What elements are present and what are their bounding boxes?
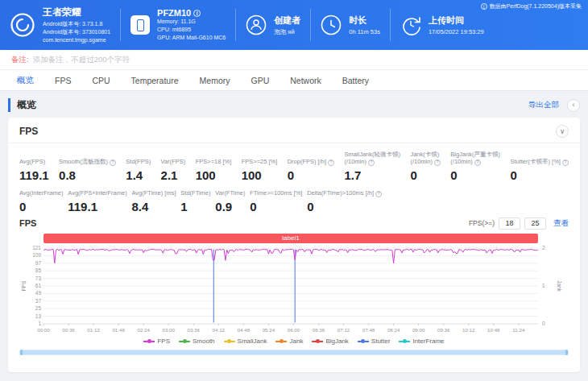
metric-value: 0 <box>19 200 63 213</box>
svg-text:37: 37 <box>35 298 42 304</box>
help-icon[interactable]: ? <box>368 159 375 166</box>
metric-value: 119.1 <box>68 200 126 213</box>
svg-text:61: 61 <box>35 283 42 288</box>
svg-text:00:00: 00:00 <box>37 327 50 333</box>
help-icon[interactable]: ? <box>375 191 382 197</box>
fps-line-chart[interactable]: 1211099785736149372513121000:0000:3601:1… <box>19 245 569 337</box>
metric-value: 0 <box>450 168 500 182</box>
help-icon[interactable]: ? <box>434 159 441 166</box>
fps-threshold2-input[interactable] <box>524 217 546 230</box>
note-label: 备注: <box>11 55 29 65</box>
device-info-icon[interactable]: i <box>193 10 201 17</box>
tab-overview[interactable]: 概览 <box>6 70 44 90</box>
svg-text:2: 2 <box>542 245 545 251</box>
overview-section-header: 概览 导出全部 ‹ <box>8 98 580 112</box>
scrollbar-left-handle[interactable] <box>20 350 23 355</box>
tab-memory[interactable]: Memory <box>189 70 241 90</box>
svg-text:FPS: FPS <box>21 280 27 291</box>
device-name: PFZM10i <box>157 8 226 18</box>
scrollbar-right-handle[interactable] <box>565 350 568 355</box>
svg-text:08:24: 08:24 <box>387 327 400 333</box>
tab-temperature[interactable]: Temperature <box>121 70 189 90</box>
metric-cell: Var(FTime)0.9 <box>215 189 245 213</box>
svg-text:06:36: 06:36 <box>313 327 325 333</box>
help-icon[interactable]: ? <box>474 159 481 166</box>
svg-text:0: 0 <box>542 321 545 326</box>
collapse-panel-button[interactable]: ‹ <box>567 99 580 112</box>
metric-cell: Stutter(卡顿率) [%]?0 <box>510 150 569 182</box>
svg-text:109: 109 <box>32 252 41 258</box>
svg-text:10:48: 10:48 <box>487 327 500 333</box>
tab-gpu[interactable]: GPU <box>240 70 280 90</box>
metric-cell: Delta(FTime)>100ms [/h]?0 <box>307 189 382 213</box>
metric-cell: FPS>=18 [%]100 <box>196 150 232 182</box>
svg-text:121: 121 <box>32 245 41 251</box>
metric-value: 0 <box>410 168 441 182</box>
legend-item-interframe[interactable]: InterFrame <box>399 338 444 345</box>
app-package-line: com.tencent.tmgp.sgame <box>43 36 110 44</box>
metric-value: 1.4 <box>126 168 151 182</box>
chart-scrollbar[interactable] <box>19 350 569 355</box>
metric-cell: BigJank(严重卡顿)(/10min)?0 <box>450 150 500 182</box>
legend-item-fps[interactable]: FPS <box>143 338 170 345</box>
info-icon: i <box>481 3 487 10</box>
metric-cell: Avg(InterFrame)0 <box>19 189 63 213</box>
svg-text:1: 1 <box>542 283 545 288</box>
metric-value: 0 <box>307 200 382 213</box>
help-icon[interactable]: ? <box>562 159 569 166</box>
help-icon[interactable]: ? <box>110 159 116 166</box>
svg-text:85: 85 <box>35 267 42 273</box>
svg-text:07:48: 07:48 <box>362 327 375 333</box>
collapse-card-button[interactable]: ∨ <box>556 125 569 138</box>
metric-cell: Std(FTime)1 <box>180 189 210 213</box>
tab-cpu[interactable]: CPU <box>81 70 120 90</box>
app-name: 王者荣耀 <box>43 6 110 19</box>
fps-threshold1-input[interactable] <box>499 217 520 230</box>
metric-value: 1.7 <box>344 168 400 182</box>
metric-value: 100 <box>242 168 278 182</box>
metric-value: 2.1 <box>161 168 186 182</box>
fps-threshold-label: FPS(>=) <box>469 219 495 227</box>
svg-text:07:12: 07:12 <box>337 327 350 333</box>
svg-text:09:36: 09:36 <box>437 327 450 333</box>
view-button[interactable]: 查看 <box>553 218 569 229</box>
svg-text:13: 13 <box>35 313 42 318</box>
tab-battery[interactable]: Battery <box>332 70 379 90</box>
note-input[interactable]: 添加备注，不超过200个字符 <box>33 55 130 65</box>
export-all-button[interactable]: 导出全部 <box>528 100 559 110</box>
note-bar[interactable]: 备注: 添加备注，不超过200个字符 <box>0 50 588 70</box>
metric-value: 8.4 <box>132 200 176 213</box>
metric-cell: Smooth(流畅指数)?0.8 <box>59 150 116 182</box>
svg-text:49: 49 <box>35 290 42 296</box>
fps-metrics-row-1: Avg(FPS)119.1Smooth(流畅指数)?0.8Std(FPS)1.4… <box>19 150 569 182</box>
tab-fps[interactable]: FPS <box>44 70 81 90</box>
metric-value: 0.8 <box>59 168 116 182</box>
legend-item-jank[interactable]: Jank <box>275 338 303 345</box>
legend-item-smooth[interactable]: Smooth <box>179 338 215 345</box>
creator-value: 泡泡 яй <box>274 28 300 36</box>
metric-cell: SmallJank(轻微卡顿)(/10min)?1.7 <box>344 150 400 182</box>
perfdog-version-note: i 数据由PerfDog(7.1.220504)版本采集 <box>481 2 582 10</box>
scrollbar-thumb[interactable] <box>21 350 567 354</box>
fps-card-title: FPS <box>19 126 38 137</box>
svg-text:11:24: 11:24 <box>512 327 525 333</box>
metric-value: 119.1 <box>19 168 49 182</box>
legend-item-smalljank[interactable]: SmallJank <box>224 338 267 345</box>
creator-section: 创建者 泡泡 яй <box>235 9 310 41</box>
tab-network[interactable]: Network <box>280 70 332 90</box>
svg-text:25: 25 <box>35 305 42 311</box>
legend-item-bigjank[interactable]: BigJank <box>312 338 348 345</box>
upload-value: 17/05/2022 19:53:29 <box>429 28 484 35</box>
metric-cell: FTime>=100ms [%]0 <box>250 189 302 213</box>
metric-value: 0 <box>288 168 334 182</box>
help-icon[interactable]: ? <box>328 159 334 166</box>
app-version-line: Android版本号: 3.73.1.8 <box>43 20 110 28</box>
legend-item-stutter[interactable]: Stutter <box>358 338 391 345</box>
svg-text:01:12: 01:12 <box>87 327 100 333</box>
fps-threshold-controls: FPS(>=) 查看 <box>469 217 569 230</box>
svg-text:00:36: 00:36 <box>62 327 75 333</box>
tab-bar: 概览FPSCPUTemperatureMemoryGPUNetworkBatte… <box>0 70 588 91</box>
svg-text:73: 73 <box>35 275 42 280</box>
divider <box>8 143 580 143</box>
metric-cell: Avg(FPS+InterFrame)119.1 <box>68 189 126 213</box>
